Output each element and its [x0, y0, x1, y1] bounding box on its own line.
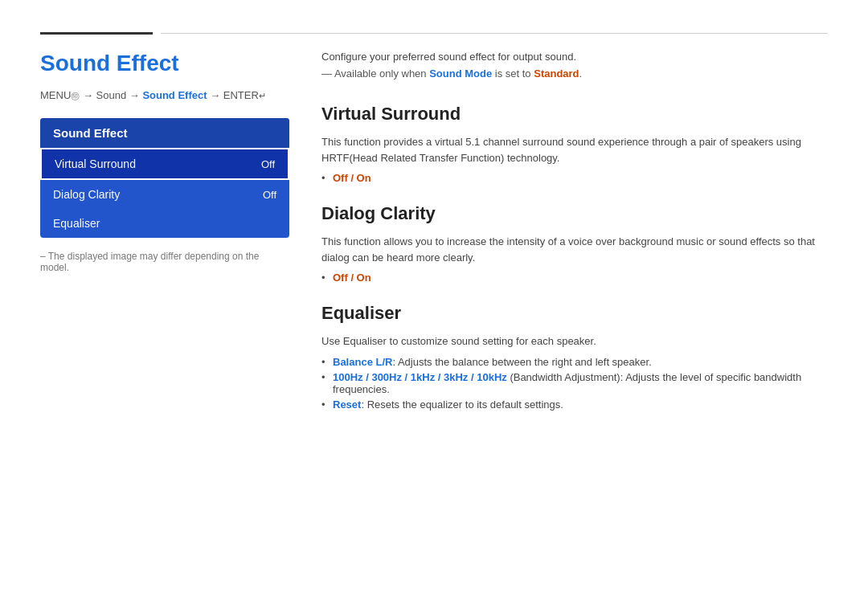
bullet-dialog-clarity-off-on: Off / On	[321, 272, 828, 284]
section-equaliser: Equaliser Use Equaliser to customize sou…	[321, 303, 828, 411]
breadcrumb-sound-effect: Sound Effect	[142, 89, 207, 101]
bullet-bandwidth: 100Hz / 300Hz / 1kHz / 3kHz / 10kHz (Ban…	[321, 371, 828, 395]
bullet-reset: Reset: Resets the equalizer to its defau…	[321, 398, 828, 411]
menu-box: Sound Effect Virtual Surround Off Dialog…	[40, 118, 289, 238]
page-title: Sound Effect	[40, 51, 289, 76]
menu-item-label-equaliser: Equaliser	[53, 217, 100, 230]
menu-item-equaliser[interactable]: Equaliser	[40, 209, 289, 238]
equaliser-desc-suffix: to customize sound setting for each spea…	[387, 335, 596, 347]
section-virtual-surround: Virtual Surround This function provides …	[321, 104, 828, 184]
breadcrumb: MENU㊞ → Sound → Sound Effect → ENTER↵	[40, 89, 289, 102]
equaliser-desc-bold: Equaliser	[343, 335, 387, 347]
bullet-list-equaliser: Balance L/R: Adjusts the balance between…	[321, 356, 828, 411]
available-mid: is set to	[492, 67, 534, 80]
available-bold2: Standard	[534, 67, 579, 80]
breadcrumb-arrow1: →	[83, 89, 96, 101]
dc-off-on-highlight: Off / On	[333, 272, 371, 284]
equaliser-desc-prefix: Use	[321, 335, 343, 347]
breadcrumb-enter: ENTER↵	[223, 89, 266, 101]
right-panel: Configure your preferred sound effect fo…	[321, 51, 828, 411]
available-prefix: — Available only when	[321, 67, 429, 80]
balance-highlight: Balance L/R	[333, 356, 392, 368]
note-text: – The displayed image may differ dependi…	[40, 251, 289, 273]
breadcrumb-menu: MENU㊞	[40, 89, 80, 101]
section-title-equaliser: Equaliser	[321, 303, 828, 324]
reset-suffix: : Resets the equalizer to its default se…	[361, 398, 563, 411]
menu-item-value-virtual-surround: Off	[261, 158, 275, 170]
bullet-virtual-surround-off-on: Off / On	[321, 172, 828, 184]
section-title-virtual-surround: Virtual Surround	[321, 104, 828, 125]
menu-item-virtual-surround[interactable]: Virtual Surround Off	[40, 148, 289, 180]
top-bar-line-left	[40, 32, 153, 35]
available-note: — Available only when Sound Mode is set …	[321, 67, 828, 80]
available-suffix: .	[579, 67, 583, 80]
section-desc-dialog-clarity: This function allows you to increase the…	[321, 234, 828, 265]
left-panel: Sound Effect MENU㊞ → Sound → Sound Effec…	[40, 51, 289, 273]
bandwidth-highlight: 100Hz / 300Hz / 1kHz / 3kHz / 10kHz	[333, 371, 507, 383]
bullet-balance: Balance L/R: Adjusts the balance between…	[321, 356, 828, 368]
bullet-list-dialog-clarity: Off / On	[321, 272, 828, 284]
breadcrumb-sound: Sound	[96, 89, 127, 101]
menu-item-label-virtual-surround: Virtual Surround	[55, 157, 136, 170]
intro-text: Configure your preferred sound effect fo…	[321, 51, 828, 63]
breadcrumb-arrow3: →	[210, 89, 223, 101]
available-bold1: Sound Mode	[429, 67, 492, 80]
reset-highlight: Reset	[333, 398, 361, 411]
vs-off-on-highlight: Off / On	[333, 172, 371, 184]
top-bar-line-right	[161, 33, 828, 34]
menu-box-title: Sound Effect	[40, 118, 289, 148]
menu-item-dialog-clarity[interactable]: Dialog Clarity Off	[40, 180, 289, 209]
bullet-list-virtual-surround: Off / On	[321, 172, 828, 184]
menu-item-label-dialog-clarity: Dialog Clarity	[53, 188, 120, 201]
balance-suffix: : Adjusts the balance between the right …	[392, 356, 651, 368]
section-title-dialog-clarity: Dialog Clarity	[321, 203, 828, 224]
section-dialog-clarity: Dialog Clarity This function allows you …	[321, 203, 828, 284]
breadcrumb-arrow2: →	[129, 89, 143, 101]
menu-item-value-dialog-clarity: Off	[263, 189, 276, 201]
top-bar	[40, 32, 828, 35]
section-desc-equaliser: Use Equaliser to customize sound setting…	[321, 333, 828, 349]
section-desc-virtual-surround: This function provides a virtual 5.1 cha…	[321, 134, 828, 166]
